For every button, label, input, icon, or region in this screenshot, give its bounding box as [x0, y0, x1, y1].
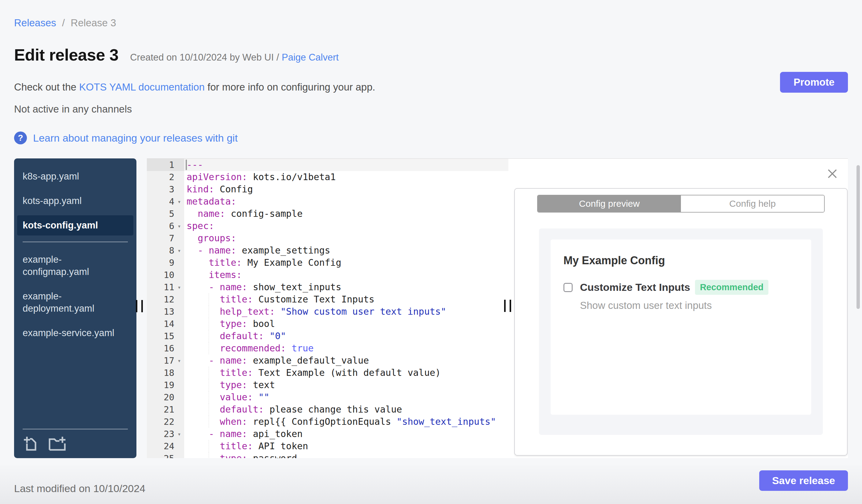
- docs-line: Check out the KOTS YAML documentation fo…: [14, 81, 375, 93]
- code-line-13[interactable]: help_text: "Show custom user text inputs…: [184, 306, 508, 318]
- code-line-4[interactable]: metadata:: [184, 196, 508, 208]
- gutter-line-21: 21: [147, 403, 184, 416]
- gutter-line-7: 7: [147, 232, 184, 244]
- code-line-2[interactable]: apiVersion: kots.io/v1beta1: [184, 171, 508, 183]
- channel-status: Not active in any channels: [14, 103, 132, 115]
- gutter-line-19: 19: [147, 379, 184, 391]
- code-line-22[interactable]: when: repl{{ ConfigOptionEquals "show_te…: [184, 416, 508, 428]
- breadcrumb-current: Release 3: [71, 17, 116, 28]
- tab-config-preview[interactable]: Config preview: [538, 196, 681, 212]
- breadcrumb: Releases / Release 3: [14, 17, 116, 29]
- file-item-kots-app.yaml[interactable]: kots-app.yaml: [17, 191, 133, 211]
- code-line-10[interactable]: items:: [184, 269, 508, 281]
- code-line-9[interactable]: title: My Example Config: [184, 256, 508, 269]
- config-item-label[interactable]: Customize Text Inputs: [580, 281, 690, 293]
- docs-prefix: Check out the: [14, 81, 79, 93]
- author-link[interactable]: Paige Calvert: [282, 52, 339, 63]
- code-line-25[interactable]: type: password: [184, 452, 508, 458]
- gutter-line-23: 23▾: [147, 428, 184, 440]
- tab-config-help[interactable]: Config help: [681, 196, 824, 212]
- kots-yaml-docs-link[interactable]: KOTS YAML documentation: [79, 81, 205, 93]
- code-line-7[interactable]: groups:: [184, 232, 508, 244]
- fold-toggle-icon[interactable]: ▾: [174, 247, 184, 254]
- file-tree-divider: [23, 242, 128, 242]
- gutter-line-3: 3: [147, 183, 184, 196]
- fold-toggle-icon[interactable]: ▾: [174, 198, 184, 205]
- code-line-18[interactable]: title: Text Example (with default value): [184, 367, 508, 379]
- gutter-line-9: 9: [147, 256, 184, 269]
- breadcrumb-releases-link[interactable]: Releases: [14, 17, 56, 28]
- gutter-line-14: 14: [147, 318, 184, 330]
- file-item-k8s-app.yaml[interactable]: k8s-app.yaml: [17, 167, 133, 187]
- file-item-example-deployment.yaml[interactable]: example-deployment.yaml: [17, 286, 133, 319]
- yaml-editor[interactable]: 1234▾56▾78▾91011▾121314151617▾1819202122…: [147, 159, 508, 458]
- gutter-line-16: 16: [147, 342, 184, 355]
- config-preview-surface: My Example Config Customize Text Inputs …: [539, 228, 823, 435]
- code-line-8[interactable]: - name: example_settings: [184, 244, 508, 256]
- gutter-line-11: 11▾: [147, 281, 184, 293]
- code-line-12[interactable]: title: Customize Text Inputs: [184, 293, 508, 306]
- customize-text-inputs-checkbox[interactable]: [563, 283, 573, 292]
- code-line-1[interactable]: ---: [184, 159, 508, 171]
- file-item-example-service.yaml[interactable]: example-service.yaml: [17, 323, 133, 343]
- gutter-line-24: 24: [147, 440, 184, 452]
- config-tabs: Config previewConfig help: [537, 195, 825, 213]
- config-item-help: Show custom user text inputs: [580, 300, 798, 311]
- gutter-line-5: 5: [147, 208, 184, 220]
- code-line-11[interactable]: - name: show_text_inputs: [184, 281, 508, 293]
- code-line-23[interactable]: - name: api_token: [184, 428, 508, 440]
- gutter-line-4: 4▾: [147, 196, 184, 208]
- fold-toggle-icon[interactable]: ▾: [174, 430, 184, 437]
- add-folder-icon[interactable]: [48, 436, 66, 451]
- code-line-6[interactable]: spec:: [184, 220, 508, 232]
- save-release-button[interactable]: Save release: [759, 470, 848, 491]
- resize-handle-preview[interactable]: [504, 300, 511, 312]
- code-line-17[interactable]: - name: example_default_value: [184, 355, 508, 367]
- add-file-icon[interactable]: [23, 436, 37, 451]
- code-line-16[interactable]: recommended: true: [184, 342, 508, 355]
- gutter-line-8: 8▾: [147, 244, 184, 256]
- editor-code[interactable]: ---apiVersion: kots.io/v1beta1kind: Conf…: [184, 159, 508, 458]
- gutter-line-12: 12: [147, 293, 184, 306]
- gutter-line-15: 15: [147, 330, 184, 342]
- code-line-3[interactable]: kind: Config: [184, 183, 508, 196]
- code-line-24[interactable]: title: API token: [184, 440, 508, 452]
- gutter-line-22: 22: [147, 416, 184, 428]
- fold-toggle-icon[interactable]: ▾: [174, 284, 184, 291]
- code-line-20[interactable]: value: "": [184, 391, 508, 403]
- gutter-line-13: 13: [147, 306, 184, 318]
- code-line-21[interactable]: default: please change this value: [184, 403, 508, 416]
- question-mark-icon: ?: [14, 132, 27, 144]
- recommended-badge: Recommended: [695, 280, 768, 295]
- code-line-19[interactable]: type: text: [184, 379, 508, 391]
- config-group-title: My Example Config: [563, 254, 798, 267]
- config-item-row: Customize Text Inputs Recommended: [563, 280, 798, 295]
- close-icon[interactable]: [826, 168, 838, 181]
- gutter-line-18: 18: [147, 367, 184, 379]
- code-line-14[interactable]: type: bool: [184, 318, 508, 330]
- gutter-line-2: 2: [147, 171, 184, 183]
- code-line-15[interactable]: default: "0": [184, 330, 508, 342]
- editor-gutter: 1234▾56▾78▾91011▾121314151617▾1819202122…: [147, 159, 184, 458]
- fold-toggle-icon[interactable]: ▾: [174, 223, 184, 229]
- git-releases-link[interactable]: Learn about managing your releases with …: [33, 132, 238, 144]
- config-preview-pane: Config previewConfig help My Example Con…: [508, 159, 848, 458]
- release-meta: Created on 10/10/2024 by Web UI / Paige …: [130, 52, 339, 63]
- resize-handle-sidebar[interactable]: [136, 300, 143, 312]
- file-tree: k8s-app.yamlkots-app.yamlkots-config.yam…: [14, 158, 136, 458]
- file-item-kots-config.yaml[interactable]: kots-config.yaml: [17, 215, 133, 236]
- promote-button[interactable]: Promote: [780, 72, 848, 93]
- file-item-example-configmap.yaml[interactable]: example-configmap.yaml: [17, 250, 133, 282]
- gutter-line-6: 6▾: [147, 220, 184, 232]
- config-group-card: My Example Config Customize Text Inputs …: [551, 239, 811, 415]
- editor-panels: 1234▾56▾78▾91011▾121314151617▾1819202122…: [147, 158, 848, 458]
- code-line-5[interactable]: name: config-sample: [184, 208, 508, 220]
- created-text: Created on 10/10/2024 by Web UI /: [130, 52, 279, 63]
- fold-toggle-icon[interactable]: ▾: [174, 357, 184, 364]
- gutter-line-10: 10: [147, 269, 184, 281]
- page-title: Edit release 3: [14, 45, 118, 64]
- last-modified-text: Last modified on 10/10/2024: [14, 482, 145, 494]
- page-scrollbar-thumb[interactable]: [857, 165, 860, 309]
- gutter-line-17: 17▾: [147, 355, 184, 367]
- breadcrumb-separator: /: [62, 17, 65, 28]
